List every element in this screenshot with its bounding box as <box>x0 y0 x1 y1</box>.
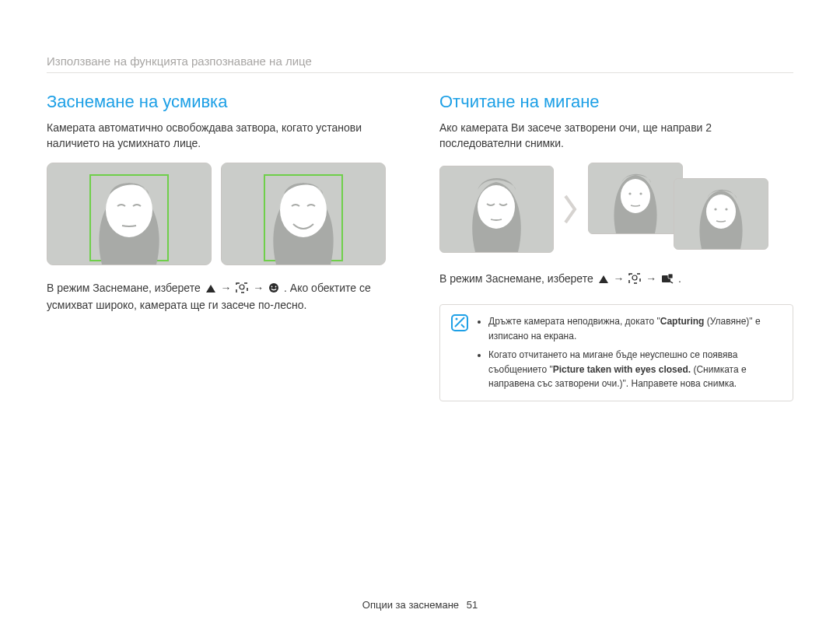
smile-thumb-neutral <box>47 163 212 265</box>
footer-section: Опции за заснемане <box>362 599 459 611</box>
note-icon <box>451 314 468 391</box>
manual-page: Използване на функцията разпознаване на … <box>0 0 840 401</box>
note-box: Дръжте камерата неподвижна, докато "Capt… <box>439 304 793 401</box>
left-column: Заснемане на усмивка Камерата автоматичн… <box>47 92 401 401</box>
face-open-illustration <box>674 179 768 249</box>
smile-caption: В режим Заснемане, изберете → → . Ако об… <box>47 279 401 314</box>
face-detect-off-icon <box>236 282 248 293</box>
face-smiling-illustration <box>222 163 385 264</box>
content-columns: Заснемане на усмивка Камерата автоматичн… <box>47 92 793 401</box>
blink-thumb-row <box>439 163 793 256</box>
chevron-right-icon <box>563 194 579 225</box>
svg-point-7 <box>240 285 244 289</box>
blink-caption-post: . <box>678 272 681 285</box>
face-neutral-illustration <box>47 163 211 264</box>
note-list: Дръжте камерата неподвижна, докато "Capt… <box>476 314 782 391</box>
svg-point-8 <box>269 283 278 292</box>
svg-point-22 <box>632 275 637 280</box>
up-triangle-icon <box>598 275 609 284</box>
svg-point-26 <box>456 317 458 320</box>
section-body-smile: Камерата автоматично освобождава затвора… <box>47 120 401 152</box>
svg-point-14 <box>621 179 650 213</box>
smile-thumb-smiling <box>221 163 386 265</box>
blink-caption-pre: В режим Заснемане, изберете <box>439 272 597 285</box>
arrow-icon: → <box>253 282 264 294</box>
page-footer: Опции за заснемане 51 <box>0 599 840 611</box>
arrow-icon: → <box>646 272 656 285</box>
svg-point-10 <box>275 285 277 287</box>
face-detect-off-icon <box>628 273 641 284</box>
svg-point-20 <box>725 208 727 210</box>
svg-point-16 <box>639 192 642 194</box>
blink-result-thumb-2 <box>674 178 768 250</box>
info-note-icon <box>451 314 468 331</box>
note-item-2: Когато отчитането на мигане бъде неуспеш… <box>488 348 782 391</box>
smile-thumb-row <box>47 163 401 265</box>
smile-mode-icon <box>268 282 279 293</box>
blink-mode-icon <box>661 273 674 284</box>
arrow-icon: → <box>220 282 231 294</box>
right-column: Отчитане на мигане Ако камерата Ви засеч… <box>439 92 793 401</box>
section-body-blink: Ако камерата Ви засече затворени очи, ще… <box>439 120 793 152</box>
arrow-icon: → <box>613 272 624 285</box>
face-eyes-closed-illustration <box>440 166 553 252</box>
blink-caption: В режим Заснемане, изберете → → . <box>439 270 793 287</box>
section-title-smile: Заснемане на усмивка <box>47 92 401 112</box>
section-title-blink: Отчитане на мигане <box>439 92 793 112</box>
face-open-illustration <box>589 163 682 233</box>
smile-caption-pre: В режим Заснемане, изберете <box>47 282 204 294</box>
footer-page-number: 51 <box>467 599 478 611</box>
arrow-separator <box>563 194 579 225</box>
breadcrumb: Използване на функцията разпознаване на … <box>47 54 793 73</box>
blink-result-thumb-1 <box>588 163 683 234</box>
up-triangle-icon <box>205 284 216 293</box>
svg-point-19 <box>714 208 716 210</box>
blink-result-stack <box>588 163 782 256</box>
svg-point-9 <box>271 285 273 287</box>
svg-point-15 <box>628 192 631 194</box>
note-item-1: Дръжте камерата неподвижна, докато "Capt… <box>488 314 782 343</box>
blink-thumb-closed <box>439 166 554 253</box>
svg-rect-24 <box>668 274 673 278</box>
svg-point-18 <box>706 194 736 229</box>
svg-point-12 <box>478 185 515 229</box>
